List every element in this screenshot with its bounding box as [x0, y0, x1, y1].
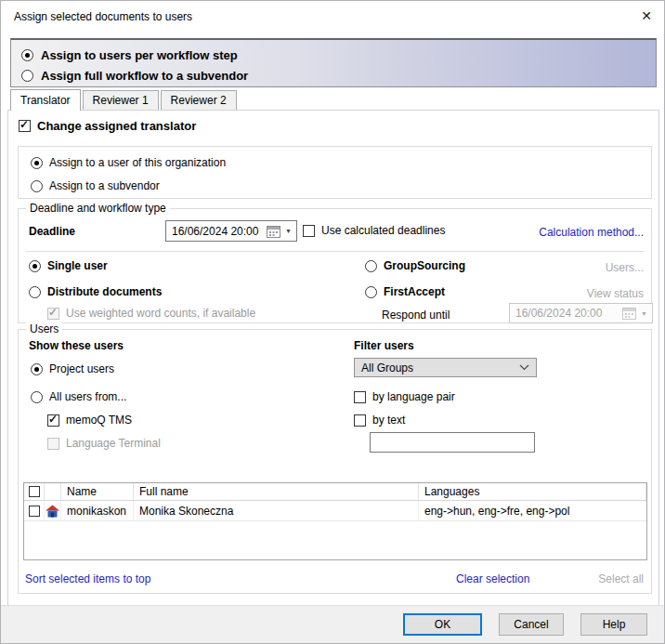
sort-selected-link[interactable]: Sort selected items to top: [25, 572, 150, 585]
language-terminal-row: Language Terminal: [47, 437, 161, 450]
change-assigned-row[interactable]: Change assigned translator: [19, 119, 196, 133]
chevron-down-icon: ▼: [639, 310, 649, 317]
language-terminal-label: Language Terminal: [66, 437, 161, 450]
deadline-group-title: Deadline and workflow type: [26, 202, 170, 215]
project-users-label: Project users: [49, 362, 114, 375]
by-language-pair-checkbox[interactable]: [354, 391, 366, 403]
by-text-row[interactable]: by text: [354, 414, 405, 427]
language-terminal-checkbox[interactable]: [47, 438, 59, 450]
title-bar: Assign selected documents to users ✕: [1, 1, 664, 32]
workflow-mode-selector: Assign to users per workflow step Assign…: [10, 38, 657, 87]
distribute-label: Distribute documents: [47, 285, 162, 298]
deadline-label: Deadline: [29, 225, 75, 238]
subvendor-workflow-label: Assign full workflow to a subvendor: [41, 69, 248, 83]
all-users-from-row[interactable]: All users from...: [31, 390, 126, 403]
memoq-tms-checkbox[interactable]: [47, 414, 59, 427]
assign-subvendor-row[interactable]: Assign to a subvendor: [31, 179, 160, 192]
assign-target-box: Assign to a user of this organization As…: [18, 146, 652, 199]
firstaccept-label: FirstAccept: [384, 285, 445, 298]
memoq-tms-label: memoQ TMS: [66, 414, 132, 427]
users-table: Name Full name Languages monikaskon Mo: [23, 482, 647, 560]
assign-organization-row[interactable]: Assign to a user of this organization: [31, 156, 226, 169]
single-user-row[interactable]: Single user: [29, 259, 108, 272]
clear-selection-link[interactable]: Clear selection: [456, 572, 529, 585]
weighted-counts-row: Use weighted word counts, if available: [47, 307, 255, 320]
users-groupbox: Users Show these users Filter users Proj…: [18, 329, 652, 594]
dialog-title: Assign selected documents to users: [14, 10, 192, 23]
respond-until-label: Respond until: [382, 309, 450, 322]
per-step-radio[interactable]: [21, 49, 33, 61]
by-text-checkbox[interactable]: [354, 414, 366, 427]
assign-documents-dialog: Assign selected documents to users ✕ Ass…: [0, 0, 665, 644]
tab-reviewer-2[interactable]: Reviewer 2: [161, 90, 237, 110]
subvendor-radio[interactable]: [31, 180, 43, 192]
groupsourcing-row[interactable]: GroupSourcing: [365, 259, 465, 272]
deadline-date-value: 16/06/2024 20:00: [172, 225, 264, 238]
single-user-radio[interactable]: [29, 260, 41, 272]
users-group-title: Users: [26, 322, 62, 335]
footer-bar: OK Cancel Help: [1, 605, 664, 643]
languages-column-header[interactable]: Languages: [419, 483, 646, 500]
groupsourcing-label: GroupSourcing: [384, 259, 465, 272]
table-header-row: Name Full name Languages: [24, 483, 646, 501]
groups-dropdown[interactable]: All Groups: [354, 358, 537, 377]
subvendor-label: Assign to a subvendor: [49, 179, 160, 192]
all-users-from-radio[interactable]: [31, 391, 43, 403]
change-assigned-checkbox[interactable]: [19, 120, 31, 132]
close-icon[interactable]: ✕: [635, 6, 658, 26]
organization-label: Assign to a user of this organization: [49, 156, 226, 169]
project-users-radio[interactable]: [31, 363, 43, 375]
translator-tab-panel: Change assigned translator Assign to a u…: [7, 110, 659, 607]
select-all-checkbox[interactable]: [29, 486, 40, 497]
row-checkbox[interactable]: [29, 506, 40, 517]
all-users-from-label: All users from...: [49, 390, 126, 403]
by-language-pair-label: by language pair: [372, 390, 455, 403]
use-calculated-label: Use calculated deadlines: [321, 224, 445, 237]
role-tabs: Translator Reviewer 1 Reviewer 2: [10, 89, 239, 110]
ok-button[interactable]: OK: [403, 613, 482, 636]
tab-reviewer-1[interactable]: Reviewer 1: [83, 90, 159, 110]
distribute-row[interactable]: Distribute documents: [29, 285, 162, 298]
cancel-button[interactable]: Cancel: [499, 613, 564, 636]
user-languages-cell: eng->hun, eng->fre, eng->pol: [419, 501, 646, 520]
calculation-method-link[interactable]: Calculation method...: [539, 226, 644, 239]
firstaccept-radio[interactable]: [365, 286, 377, 298]
per-step-label: Assign to users per workflow step: [41, 48, 238, 62]
full-name-column-header[interactable]: Full name: [134, 483, 419, 500]
change-assigned-label: Change assigned translator: [37, 119, 196, 133]
user-name-cell: monikaskon: [61, 501, 134, 520]
chevron-down-icon: [519, 364, 529, 371]
subvendor-workflow-radio[interactable]: [21, 70, 33, 82]
organization-radio[interactable]: [31, 157, 43, 169]
weighted-counts-checkbox[interactable]: [47, 308, 59, 320]
users-link[interactable]: Users...: [606, 261, 644, 274]
use-calculated-row[interactable]: Use calculated deadlines: [303, 224, 445, 237]
mode-option-per-step[interactable]: Assign to users per workflow step: [21, 45, 656, 65]
groupsourcing-radio[interactable]: [365, 260, 377, 272]
mode-option-subvendor[interactable]: Assign full workflow to a subvendor: [21, 65, 656, 85]
use-calculated-checkbox[interactable]: [303, 225, 315, 237]
tab-translator[interactable]: Translator: [10, 89, 81, 111]
groups-dropdown-value: All Groups: [361, 361, 413, 375]
text-filter-input[interactable]: [370, 432, 535, 453]
project-users-row[interactable]: Project users: [31, 362, 114, 375]
firstaccept-row[interactable]: FirstAccept: [365, 285, 445, 298]
help-button[interactable]: Help: [580, 613, 647, 636]
chevron-down-icon[interactable]: ▼: [283, 228, 293, 234]
by-text-label: by text: [372, 414, 405, 427]
table-row[interactable]: monikaskon Monika Skoneczna eng->hun, en…: [24, 501, 646, 521]
filter-users-label: Filter users: [354, 339, 414, 352]
select-all-link[interactable]: Select all: [598, 572, 644, 585]
calendar-icon: [622, 307, 636, 320]
deadline-date-picker[interactable]: 16/06/2024 20:00 ▼: [165, 220, 297, 242]
separator: [25, 251, 645, 252]
name-column-header[interactable]: Name: [61, 483, 134, 500]
view-status-link[interactable]: View status: [587, 287, 644, 300]
memoq-tms-row[interactable]: memoQ TMS: [47, 414, 132, 427]
respond-until-date-picker: 16/06/2024 20:00 ▼: [509, 303, 653, 323]
deadline-groupbox: Deadline and workflow type Deadline 16/0…: [18, 208, 652, 323]
by-language-pair-row[interactable]: by language pair: [354, 390, 455, 403]
icon-column-header: [45, 483, 61, 500]
distribute-radio[interactable]: [29, 286, 41, 298]
user-full-name-cell: Monika Skoneczna: [134, 501, 419, 520]
